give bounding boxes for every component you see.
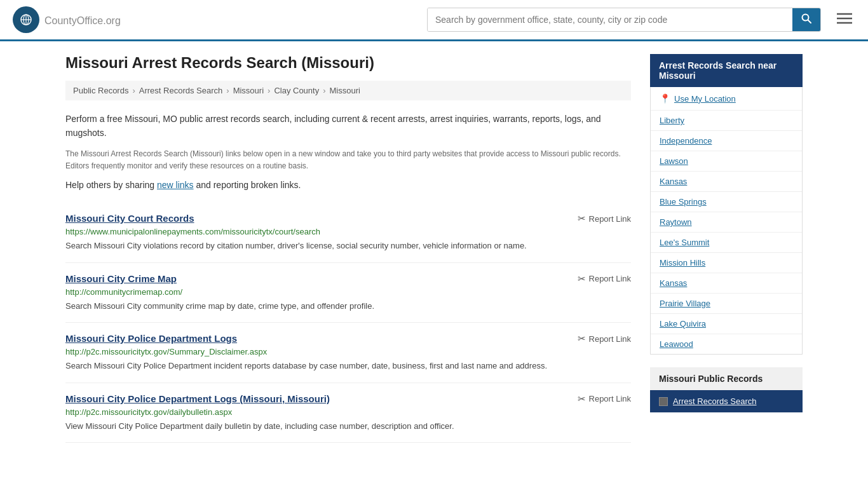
nearby-links: 📍 Use My Location LibertyIndependenceLaw… [650,87,803,355]
nearby-link-11[interactable]: Leawood [660,339,693,349]
logo[interactable]: CountyOffice.org [13,6,121,33]
record-desc-2: Search Missouri City Police Department i… [65,360,631,372]
report-icon-0: ✂ [578,213,586,224]
report-icon-1: ✂ [578,273,586,285]
record-title-2[interactable]: Missouri City Police Department Logs [65,333,237,344]
nearby-link-item: Lawson [651,151,802,172]
logo-icon [13,6,39,33]
report-label-1: Report Link [589,274,631,283]
record-item: Missouri City Court Records ✂ Report Lin… [65,203,631,263]
record-desc-0: Search Missouri City violations record b… [65,240,631,252]
nearby-link-item: Leawood [651,334,802,354]
record-title-3[interactable]: Missouri City Police Department Logs (Mi… [65,393,330,404]
active-checkbox [659,397,668,406]
nearby-link-10[interactable]: Lake Quivira [660,319,706,329]
breadcrumb-item-missouri[interactable]: Missouri [233,86,264,95]
search-button[interactable] [792,8,820,31]
logo-text: CountyOffice.org [44,13,121,27]
nearby-link-item: Kansas [651,172,802,192]
nearby-link-item: Mission Hills [651,253,802,273]
nearby-link-item: Independence [651,131,802,151]
records-list: Missouri City Court Records ✂ Report Lin… [65,203,631,443]
breadcrumb: Public Records › Arrest Records Search ›… [65,81,631,100]
content-area: Missouri Arrest Records Search (Missouri… [65,54,631,443]
breadcrumb-item-missouri-2[interactable]: Missouri [330,86,360,95]
location-icon: 📍 [660,93,670,104]
record-desc-1: Search Missouri City community crime map… [65,300,631,313]
report-link-1[interactable]: ✂ Report Link [578,273,631,285]
record-item: Missouri City Crime Map ✂ Report Link ht… [65,263,631,323]
public-records-section: Missouri Public Records Arrest Records S… [650,367,803,412]
menu-button[interactable] [834,8,855,31]
help-text: Help others by sharing new links and rep… [65,180,631,190]
nearby-link-6[interactable]: Lee's Summit [660,238,709,247]
report-link-0[interactable]: ✂ Report Link [578,213,631,224]
arrest-records-active-item[interactable]: Arrest Records Search [650,390,803,412]
record-url-0: https://www.municipalonlinepayments.com/… [65,227,631,236]
nearby-link-9[interactable]: Prairie Village [660,299,710,308]
report-label-0: Report Link [589,214,631,224]
nearby-link-0[interactable]: Liberty [660,116,684,125]
breadcrumb-item-public-records[interactable]: Public Records [73,86,128,95]
nearby-link-3[interactable]: Kansas [660,177,687,186]
record-item: Missouri City Police Department Logs (Mi… [65,383,631,444]
nearby-link-item: Prairie Village [651,294,802,314]
nearby-link-item: Blue Springs [651,192,802,212]
record-title-1[interactable]: Missouri City Crime Map [65,273,177,284]
nearby-links-list: LibertyIndependenceLawsonKansasBlue Spri… [651,111,802,354]
use-location-link[interactable]: Use My Location [674,94,736,104]
search-input[interactable] [428,8,792,31]
nearby-link-8[interactable]: Kansas [660,278,687,288]
nearby-link-item: Lee's Summit [651,233,802,253]
nearby-link-item: Kansas [651,273,802,294]
record-url-1: http://communitycrimemap.com/ [65,287,631,297]
nearby-link-5[interactable]: Raytown [660,217,692,227]
report-link-3[interactable]: ✂ Report Link [578,393,631,405]
record-url-2: http://p2c.missouricitytx.gov/Summary_Di… [65,347,631,356]
site-header: CountyOffice.org [0,0,868,41]
nearby-link-item: Raytown [651,212,802,233]
nearby-link-item: Liberty [651,111,802,131]
svg-line-6 [808,20,811,24]
nearby-link-1[interactable]: Independence [660,136,712,146]
use-location: 📍 Use My Location [651,87,802,111]
main-layout: Missouri Arrest Records Search (Missouri… [53,41,815,456]
page-title: Missouri Arrest Records Search (Missouri… [65,54,631,72]
public-records-header: Missouri Public Records [650,367,803,390]
nearby-section: Arrest Records Search near Missouri 📍 Us… [650,54,803,355]
new-links-link[interactable]: new links [157,180,194,190]
record-item: Missouri City Police Department Logs ✂ R… [65,323,631,383]
report-icon-3: ✂ [578,393,586,405]
breadcrumb-item-arrest-records[interactable]: Arrest Records Search [139,86,223,95]
nearby-link-4[interactable]: Blue Springs [660,197,707,207]
search-bar [427,8,821,32]
nearby-link-item: Lake Quivira [651,314,802,334]
breadcrumb-item-clay-county[interactable]: Clay County [274,86,319,95]
record-desc-3: View Missouri City Police Department dai… [65,420,631,433]
record-url-3: http://p2c.missouricitytx.gov/dailybulle… [65,407,631,417]
report-link-2[interactable]: ✂ Report Link [578,333,631,344]
nearby-link-2[interactable]: Lawson [660,156,688,166]
nearby-link-7[interactable]: Mission Hills [660,258,705,268]
nearby-header: Arrest Records Search near Missouri [650,54,803,87]
sidebar: Arrest Records Search near Missouri 📍 Us… [650,54,803,443]
secondary-description: The Missouri Arrest Records Search (Miss… [65,148,631,172]
main-description: Perform a free Missouri, MO public arres… [65,112,631,140]
record-title-0[interactable]: Missouri City Court Records [65,213,194,224]
report-icon-2: ✂ [578,333,586,344]
report-label-2: Report Link [589,334,631,344]
active-item-label: Arrest Records Search [673,396,757,406]
report-label-3: Report Link [589,394,631,403]
